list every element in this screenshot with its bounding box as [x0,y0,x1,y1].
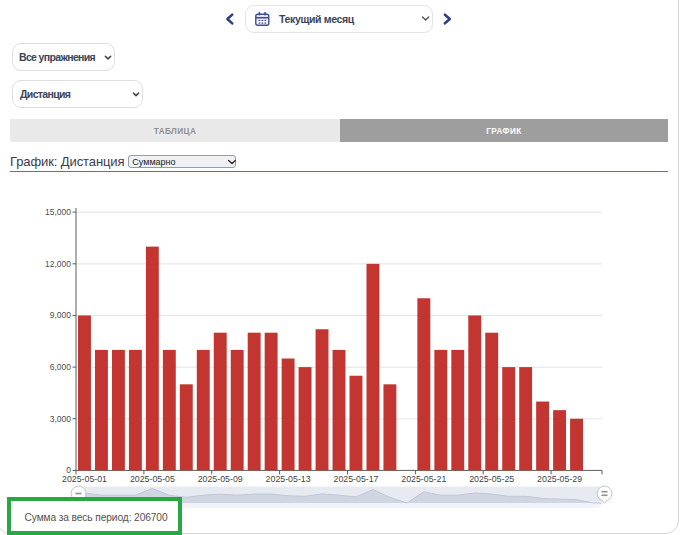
svg-text:12,000: 12,000 [45,259,71,269]
svg-text:2025-05-09: 2025-05-09 [198,474,243,484]
svg-text:3,000: 3,000 [50,414,72,424]
svg-text:2025-05-17: 2025-05-17 [334,474,379,484]
svg-text:6,000: 6,000 [50,362,72,372]
svg-text:2025-05-01: 2025-05-01 [62,474,107,484]
svg-text:2025-05-05: 2025-05-05 [130,474,175,484]
svg-text:9,000: 9,000 [50,310,72,320]
svg-text:2025-05-21: 2025-05-21 [401,474,446,484]
svg-text:2025-05-13: 2025-05-13 [266,474,311,484]
svg-text:2025-05-25: 2025-05-25 [469,474,514,484]
svg-text:15,000: 15,000 [45,207,71,217]
svg-text:2025-05-29: 2025-05-29 [537,474,582,484]
